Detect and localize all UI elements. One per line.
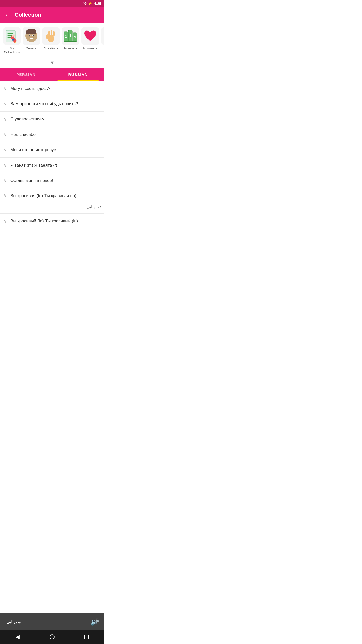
phrase-expand-icon: ∨ [4,116,7,122]
phrase-row[interactable]: ∨ Меня это не интересует. [0,142,104,157]
phrase-text: Вы красивый (fo) Ты красивый (in) [10,219,101,224]
phrase-expand-icon: ∨ [4,218,7,224]
phrase-list: ∨ Могу я сесть здесь? ∨ Вам принести что… [0,81,104,229]
clock: 4:25 [94,2,101,6]
phrase-text: Могу я сесть здесь? [10,86,101,91]
category-item-numbers[interactable]: 2 1 3 Numbers [61,26,80,56]
phrase-text: Вы красивая (fo) Ты красивая (in) [10,193,101,198]
svg-point-21 [46,34,49,39]
svg-rect-23 [51,30,52,36]
svg-rect-1 [7,33,13,34]
category-label: General [26,46,37,50]
phrase-text: Вам принести что-нибудь попить? [10,101,101,106]
phrase-item: ∨ Меня это не интересует. [0,142,104,158]
category-item-my-collections[interactable]: My Collections [2,26,22,56]
category-label: Romance [83,46,97,50]
category-item-general[interactable]: General [22,26,41,56]
phrase-expand-icon: ∨ [4,163,7,168]
expand-row: ▾ [0,58,104,68]
category-item-emergency[interactable]: Emergency [100,26,104,56]
category-label: Greetings [44,46,58,50]
phrase-item: ∨ Могу я сесть здесь? [0,81,104,96]
svg-rect-19 [30,38,33,39]
svg-rect-22 [48,31,50,36]
phrase-text: Меня это не интересует. [10,147,101,152]
status-bar: 4G ⚡ 4:25 [0,0,104,7]
phrase-expand-icon: ∨ [4,86,7,91]
svg-text:2: 2 [65,35,67,38]
svg-point-16 [30,37,30,38]
phrase-item: ∨ Нет, спасибо. [0,127,104,142]
phrase-expand-icon: ∨ [4,178,7,183]
svg-rect-31 [64,41,77,42]
signal-indicator: 4G [83,2,87,5]
status-icons: 4G ⚡ 4:25 [83,2,101,6]
category-section: My Collections [0,23,104,58]
category-label: My Collections [3,46,21,54]
category-item-greetings[interactable]: Greetings [41,26,61,56]
phrase-item: ∨ Вам принести что-нибудь попить? [0,96,104,112]
svg-text:3: 3 [74,36,76,39]
phrase-expand-icon: ∨ [4,132,7,137]
phrase-text: Я занят (m) Я занята (f) [10,163,101,168]
back-button[interactable]: ← [5,11,11,18]
tab-label: RUSSIAN [68,72,88,77]
phrase-expand-icon: ∧ [4,193,7,199]
battery-icon: ⚡ [88,2,92,6]
phrase-item: ∨ Вы красивый (fo) Ты красивый (in) [0,214,104,229]
expand-chevron[interactable]: ▾ [51,59,54,66]
phrase-item: ∨ Оставь меня в покое! [0,173,104,188]
svg-point-15 [29,36,30,37]
tab-label: PERSIAN [16,72,36,77]
phrase-row[interactable]: ∨ Нет, спасибо. [0,127,104,142]
app-bar: ← Collection [0,7,104,23]
page-title: Collection [15,12,41,18]
svg-point-13 [29,35,30,36]
tab-russian[interactable]: RUSSIAN [52,68,104,81]
category-label: Emergency [102,46,104,50]
phrase-text: Нет, спасибо. [10,132,101,137]
phrase-row[interactable]: ∨ Я занят (m) Я занята (f) [0,158,104,173]
category-item-romance[interactable]: Romance [80,26,100,56]
category-scroll: My Collections [0,26,104,56]
phrase-item: ∧ Вы красивая (fo) Ты красивая (in) تو ز… [0,188,104,214]
svg-point-18 [33,37,34,38]
tab-bar: PERSIANRUSSIAN [0,68,104,81]
phrase-item: ∨ Я занят (m) Я занята (f) [0,158,104,173]
tab-persian[interactable]: PERSIAN [0,68,52,81]
phrase-expand-icon: ∨ [4,147,7,153]
svg-rect-10 [26,31,36,34]
phrase-item: ∨ С удовольствием. [0,112,104,127]
svg-point-17 [33,36,33,37]
phrase-row[interactable]: ∨ С удовольствием. [0,112,104,127]
phrase-row[interactable]: ∧ Вы красивая (fo) Ты красивая (in) [0,188,104,204]
phrase-expand-icon: ∨ [4,101,7,107]
phrase-row[interactable]: ∨ Вы красивый (fo) Ты красивый (in) [0,214,104,229]
svg-rect-24 [53,31,55,36]
scroll-content: ∨ Могу я сесть здесь? ∨ Вам принести что… [0,81,104,262]
phrase-text: Оставь меня в покое! [10,178,101,183]
category-label: Numbers [64,46,77,50]
phrase-row[interactable]: ∨ Оставь меня в покое! [0,173,104,188]
phrase-row[interactable]: ∨ Вам принести что-нибудь попить? [0,96,104,111]
phrase-translation: تو زیبایی. [0,204,104,213]
svg-point-14 [33,35,34,36]
phrase-row[interactable]: ∨ Могу я сесть здесь? [0,81,104,96]
phrase-text: С удовольствием. [10,117,101,122]
svg-text:1: 1 [70,34,71,37]
